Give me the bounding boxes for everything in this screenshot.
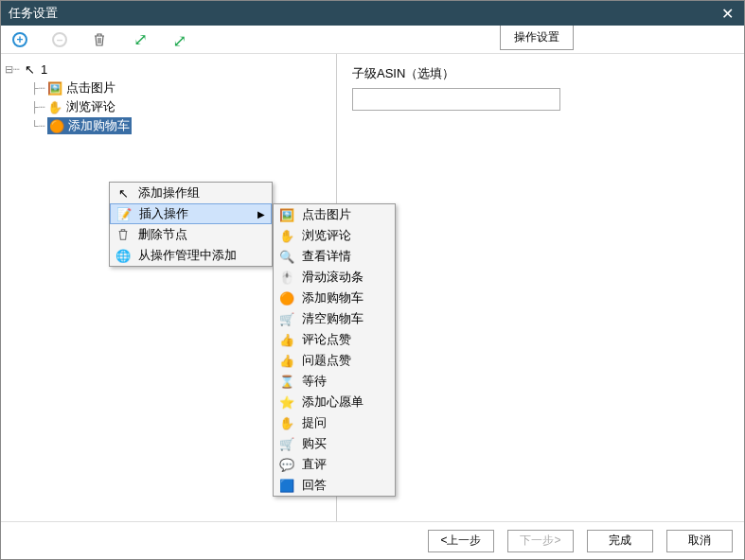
- tree-panel: ⊟┈ ↖ 1 ├┈ 🖼️ 点击图片 ├┈ ✋ 浏览评论 └┈ �: [1, 54, 337, 521]
- trash-icon: [93, 32, 106, 47]
- delete-button[interactable]: [88, 28, 111, 51]
- menu-label: 插入操作: [139, 205, 188, 222]
- tree-connector: ⊟┈: [5, 63, 20, 76]
- tree-item-browse-reviews[interactable]: ├┈ ✋ 浏览评论: [5, 97, 332, 116]
- menu-label: 添加心愿单: [302, 394, 364, 411]
- question-icon: ✋: [277, 414, 296, 431]
- tree-item-click-image[interactable]: ├┈ 🖼️ 点击图片: [5, 79, 332, 97]
- titlebar: 任务设置 ✕: [1, 1, 744, 26]
- submenu-view-details[interactable]: 🔍查看详情: [274, 246, 395, 267]
- tree-item-add-cart[interactable]: └┈ 🟠 添加购物车: [5, 116, 332, 135]
- menu-label: 点击图片: [302, 206, 351, 223]
- submenu-scroll[interactable]: 🖱️滑动滚动条: [274, 267, 395, 288]
- menu-label: 评论点赞: [302, 331, 351, 348]
- menu-add-group[interactable]: ↖ 添加操作组: [110, 183, 272, 203]
- menu-label: 等待: [302, 373, 327, 390]
- task-settings-window: 任务设置 ✕ + – ⤢ ⤡ 操作设置 ⊟┈ ↖ 1: [0, 0, 745, 560]
- child-asin-input[interactable]: [352, 88, 560, 111]
- menu-label: 回答: [302, 477, 327, 494]
- content-area: ⊟┈ ↖ 1 ├┈ 🖼️ 点击图片 ├┈ ✋ 浏览评论 └┈ �: [1, 54, 744, 521]
- globe-icon: 🌐: [114, 247, 133, 264]
- menu-label: 购买: [302, 435, 327, 452]
- expand-icon: ⤢: [133, 29, 146, 50]
- image-icon: 🖼️: [277, 206, 296, 223]
- collapse-icon: ⤡: [169, 33, 189, 45]
- submenu-add-cart[interactable]: 🟠添加购物车: [274, 288, 395, 308]
- submenu-wait[interactable]: ⌛等待: [274, 371, 395, 392]
- star-icon: ⭐: [277, 394, 296, 411]
- tree-root-label: 1: [41, 62, 47, 77]
- scroll-icon: 🖱️: [277, 269, 296, 286]
- thumbs-up-icon: 👍: [277, 331, 296, 348]
- menu-label: 问题点赞: [302, 352, 351, 369]
- hand-icon: ✋: [47, 99, 62, 114]
- submenu-clear-cart[interactable]: 🛒清空购物车: [274, 308, 395, 329]
- thumbs-up-icon: 👍: [277, 352, 296, 369]
- action-tree: ⊟┈ ↖ 1 ├┈ 🖼️ 点击图片 ├┈ ✋ 浏览评论 └┈ �: [5, 60, 332, 135]
- toolbar: + – ⤢ ⤡ 操作设置: [1, 26, 744, 54]
- menu-label: 滑动滚动条: [302, 269, 364, 286]
- cursor-icon: ↖: [22, 61, 37, 77]
- finish-button[interactable]: 完成: [587, 530, 653, 552]
- insert-icon: 📝: [115, 205, 133, 222]
- remove-button[interactable]: –: [48, 28, 71, 51]
- submenu-like-question[interactable]: 👍问题点赞: [274, 350, 395, 371]
- cursor-icon: ↖: [114, 184, 133, 201]
- tab-action-settings[interactable]: 操作设置: [500, 26, 574, 50]
- button-label: 下一步>: [520, 534, 560, 547]
- window-title: 任务设置: [9, 5, 58, 22]
- button-label: 完成: [609, 534, 631, 547]
- answer-icon: 🟦: [277, 477, 296, 494]
- field-label-child-asin: 子级ASIN（选填）: [352, 65, 729, 82]
- close-button[interactable]: ✕: [718, 4, 736, 23]
- tree-item-label: 浏览评论: [66, 98, 115, 115]
- context-menu-node: ↖ 添加操作组 📝 插入操作 ▶ 删除节点 🌐 从操作管理中添加: [109, 182, 273, 267]
- purchase-icon: 🛒: [277, 435, 296, 452]
- tree-item-label: 添加购物车: [68, 117, 130, 134]
- tree-connector: ├┈: [31, 82, 45, 95]
- submenu-answer[interactable]: 🟦回答: [274, 475, 395, 496]
- minus-icon: –: [52, 32, 67, 47]
- trash-icon: [114, 226, 133, 243]
- tree-root[interactable]: ⊟┈ ↖ 1: [5, 60, 332, 79]
- submenu-ask-question[interactable]: ✋提问: [274, 412, 395, 433]
- tree-connector: └┈: [31, 120, 45, 132]
- submenu-purchase[interactable]: 🛒购买: [274, 433, 395, 454]
- chevron-right-icon: ▶: [257, 209, 265, 219]
- plus-icon: +: [12, 32, 27, 47]
- tree-connector: ├┈: [31, 101, 45, 114]
- add-button[interactable]: +: [9, 28, 31, 51]
- menu-label: 添加操作组: [138, 184, 200, 201]
- menu-label: 清空购物车: [302, 310, 364, 327]
- search-icon: 🔍: [277, 248, 296, 265]
- hand-icon: ✋: [277, 227, 296, 244]
- properties-panel: 子级ASIN（选填）: [337, 54, 744, 521]
- menu-label: 提问: [302, 414, 327, 431]
- submenu-direct-review[interactable]: 💬直评: [274, 454, 395, 475]
- wizard-footer: <上一步 下一步> 完成 取消: [1, 521, 744, 559]
- menu-delete-node[interactable]: 删除节点: [110, 224, 272, 245]
- cancel-button[interactable]: 取消: [666, 530, 733, 552]
- menu-label: 浏览评论: [302, 227, 351, 244]
- menu-label: 从操作管理中添加: [138, 247, 237, 264]
- submenu-browse-reviews[interactable]: ✋浏览评论: [274, 225, 395, 246]
- next-button: 下一步>: [507, 530, 574, 552]
- comment-icon: 💬: [277, 456, 296, 473]
- prev-button[interactable]: <上一步: [428, 530, 494, 552]
- submenu-like-review[interactable]: 👍评论点赞: [274, 329, 395, 350]
- menu-label: 删除节点: [138, 226, 187, 243]
- menu-label: 添加购物车: [302, 289, 364, 306]
- expand-all-button[interactable]: ⤢: [128, 28, 151, 51]
- cart-icon: 🟠: [49, 118, 64, 133]
- cart-icon: 🟠: [277, 289, 296, 306]
- menu-label: 查看详情: [302, 248, 351, 265]
- submenu-add-wishlist[interactable]: ⭐添加心愿单: [274, 392, 395, 412]
- submenu-click-image[interactable]: 🖼️点击图片: [274, 204, 395, 225]
- tree-item-label: 点击图片: [66, 79, 115, 96]
- context-submenu-actions: 🖼️点击图片 ✋浏览评论 🔍查看详情 🖱️滑动滚动条 🟠添加购物车 🛒清空购物车…: [273, 203, 396, 497]
- menu-label: 直评: [302, 456, 327, 473]
- tab-label: 操作设置: [514, 30, 559, 44]
- collapse-all-button[interactable]: ⤡: [168, 28, 190, 51]
- menu-insert-action[interactable]: 📝 插入操作 ▶: [110, 203, 272, 224]
- menu-add-from-manager[interactable]: 🌐 从操作管理中添加: [110, 245, 272, 266]
